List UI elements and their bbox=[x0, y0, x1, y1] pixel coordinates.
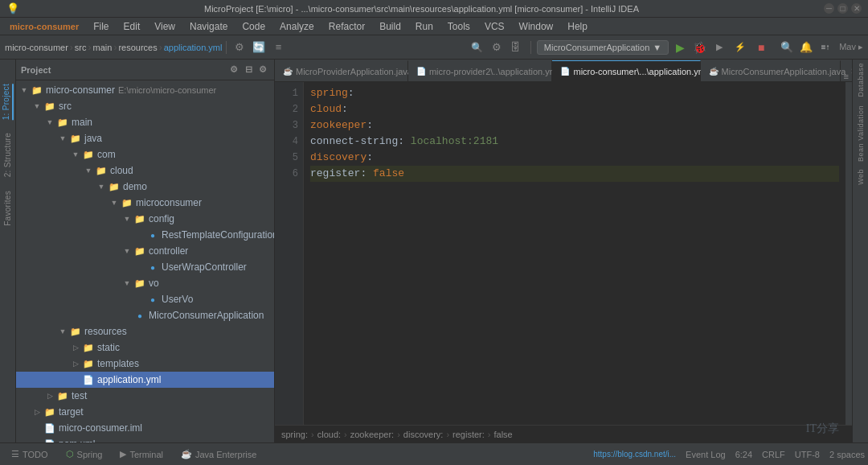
encoding-status[interactable]: UTF-8 bbox=[795, 450, 820, 459]
left-strip-project[interactable]: 1: Project bbox=[2, 84, 14, 120]
crlf-status[interactable]: CRLF bbox=[762, 450, 785, 459]
sync-button[interactable]: 🔄 bbox=[250, 39, 268, 56]
menu-navigate[interactable]: Navigate bbox=[183, 19, 234, 34]
path-resources[interactable]: resources bbox=[118, 43, 157, 52]
gear-icon[interactable]: ⚙ bbox=[227, 64, 240, 76]
right-strip-bean-validation[interactable]: Bean Validation bbox=[857, 105, 865, 162]
bc-zookeeper[interactable]: zookeeper: bbox=[350, 430, 394, 439]
left-strip-structure[interactable]: 2: Structure bbox=[3, 133, 12, 177]
tree-item[interactable]: ▼📁config bbox=[16, 211, 274, 227]
menu-micro-consumer[interactable]: micro-consumer bbox=[3, 20, 85, 33]
search-icon[interactable]: 🔍 bbox=[469, 39, 486, 56]
coverage-button[interactable]: ▶ bbox=[710, 39, 728, 56]
tree-file-icon: ● bbox=[146, 263, 159, 272]
menu-vcs[interactable]: VCS bbox=[478, 19, 511, 34]
code-content[interactable]: spring: cloud: zookeeper: connect-string… bbox=[304, 82, 845, 425]
menu-refactor[interactable]: Refactor bbox=[322, 19, 371, 34]
tree-item[interactable]: 📄pom.xml bbox=[16, 436, 274, 442]
tree-item[interactable]: ▼📁demo bbox=[16, 179, 274, 195]
editor-tab[interactable]: ☕MicroConsumerApplication.java✕ bbox=[701, 60, 841, 81]
tree-item[interactable]: ●UserWrapController bbox=[16, 259, 274, 275]
path-src[interactable]: src bbox=[75, 43, 87, 52]
project-tree[interactable]: ▼📁micro-consumerE:\micro\micro-consumer▼… bbox=[16, 80, 274, 442]
tree-file-icon: 📁 bbox=[43, 101, 56, 112]
menu-view[interactable]: View bbox=[148, 19, 182, 34]
bc-cloud[interactable]: cloud: bbox=[317, 430, 341, 439]
java-enterprise-label: Java Enterprise bbox=[195, 450, 256, 459]
tree-item[interactable]: ●RestTemplateConfiguration bbox=[16, 227, 274, 243]
profile-button[interactable]: ⚡ bbox=[731, 39, 749, 56]
menu-tools[interactable]: Tools bbox=[441, 19, 477, 34]
tree-item[interactable]: ▼📁vo bbox=[16, 275, 274, 291]
find-button[interactable]: 🔍 bbox=[778, 39, 796, 56]
tab-terminal[interactable]: ▶ Terminal bbox=[112, 446, 171, 462]
menu-build[interactable]: Build bbox=[373, 19, 407, 34]
stop-button[interactable]: ■ bbox=[752, 39, 770, 56]
settings-button[interactable]: ⚙ bbox=[231, 39, 248, 56]
menu-help[interactable]: Help bbox=[561, 19, 594, 34]
minimize-button[interactable]: ─ bbox=[824, 3, 834, 14]
bc-spring[interactable]: spring: bbox=[281, 430, 308, 439]
tree-item[interactable]: ●UserVo bbox=[16, 291, 274, 307]
menu-window[interactable]: Window bbox=[513, 19, 560, 34]
notifications-button[interactable]: 🔔 bbox=[797, 39, 815, 56]
path-main[interactable]: main bbox=[93, 43, 113, 52]
tree-item[interactable]: ▼📁java bbox=[16, 130, 274, 146]
git-button[interactable]: ≡↑ bbox=[817, 39, 834, 56]
editor-tab[interactable]: ☕MicroProviderApplication.java✕ bbox=[275, 60, 408, 81]
event-log[interactable]: Event Log bbox=[686, 450, 726, 459]
editor-area: 123456 spring: cloud: zookeeper: connect… bbox=[275, 82, 852, 425]
maximize-button[interactable]: □ bbox=[837, 3, 848, 14]
tree-item[interactable]: ▼📁controller bbox=[16, 243, 274, 259]
editor-tab[interactable]: 📄micro-consumer\...\application.yml✕ bbox=[552, 60, 700, 81]
java-enterprise-icon: ☕ bbox=[181, 449, 192, 459]
panel-header: Project ⚙ ⊟ ⚙ bbox=[16, 60, 274, 80]
tree-file-icon: 📁 bbox=[82, 343, 95, 353]
editor-tab[interactable]: 📄micro-provider2\..\application.yml✕ bbox=[408, 60, 553, 81]
https-link[interactable]: https://blog.csdn.net/i... bbox=[593, 450, 676, 459]
tab-spring[interactable]: ⬡ Spring bbox=[58, 446, 111, 462]
path-application-yml[interactable]: application.yml bbox=[164, 43, 223, 52]
right-strip-web[interactable]: Web bbox=[857, 169, 865, 185]
tree-item[interactable]: ▼📁cloud bbox=[16, 163, 274, 179]
close-button[interactable]: ✕ bbox=[851, 3, 862, 14]
tree-item[interactable]: ▷📁static bbox=[16, 339, 274, 356]
structure-button[interactable]: ≡ bbox=[269, 39, 287, 56]
menu-code[interactable]: Code bbox=[235, 19, 272, 34]
tree-item[interactable]: ▷📁test bbox=[16, 388, 274, 404]
settings2-icon[interactable]: ⚙ bbox=[488, 39, 506, 56]
tree-item[interactable]: ●MicroConsumerApplication bbox=[16, 307, 274, 323]
tree-item[interactable]: ▷📁templates bbox=[16, 356, 274, 372]
editor-scrollbar[interactable] bbox=[845, 82, 852, 425]
tree-item[interactable]: 📄application.yml bbox=[16, 372, 274, 388]
settings-icon[interactable]: ⚙ bbox=[256, 64, 269, 76]
tree-item[interactable]: ▼📁src bbox=[16, 98, 274, 114]
database-icon[interactable]: 🗄 bbox=[507, 39, 525, 56]
tree-item[interactable]: ▼📁microconsumer bbox=[16, 195, 274, 211]
code-line: discovery: bbox=[310, 150, 839, 166]
bc-discovery[interactable]: discovery: bbox=[403, 430, 444, 439]
menu-analyze[interactable]: Analyze bbox=[273, 19, 321, 34]
right-strip-database[interactable]: Database bbox=[857, 63, 865, 97]
debug-button[interactable]: 🐞 bbox=[691, 39, 707, 56]
indent-status[interactable]: 2 spaces bbox=[829, 450, 865, 459]
collapse-icon[interactable]: ⊟ bbox=[242, 64, 255, 76]
tabs-scroll-right[interactable]: ≡ bbox=[841, 72, 852, 81]
menu-file[interactable]: File bbox=[87, 19, 115, 34]
tree-item[interactable]: ▷📁target bbox=[16, 404, 274, 420]
tab-todo[interactable]: ☰ TODO bbox=[3, 446, 56, 462]
tree-file-icon: 📁 bbox=[69, 134, 82, 144]
menu-edit[interactable]: Edit bbox=[117, 19, 147, 34]
tab-java-enterprise[interactable]: ☕ Java Enterprise bbox=[173, 446, 264, 462]
left-strip-favorites[interactable]: Favorites bbox=[3, 191, 12, 226]
run-configuration[interactable]: MicroConsumerApplication ▼ bbox=[537, 40, 669, 55]
run-button[interactable]: ▶ bbox=[672, 39, 688, 56]
menu-run[interactable]: Run bbox=[409, 19, 440, 34]
tree-item[interactable]: ▼📁main bbox=[16, 114, 274, 130]
tree-item[interactable]: ▼📁micro-consumerE:\micro\micro-consumer bbox=[16, 82, 274, 98]
path-micro-consumer[interactable]: micro-consumer bbox=[5, 43, 68, 52]
bc-register[interactable]: register: bbox=[452, 430, 485, 439]
tree-item[interactable]: ▼📁com bbox=[16, 146, 274, 163]
tree-item[interactable]: ▼📁resources bbox=[16, 323, 274, 339]
tree-item[interactable]: 📄micro-consumer.iml bbox=[16, 420, 274, 436]
